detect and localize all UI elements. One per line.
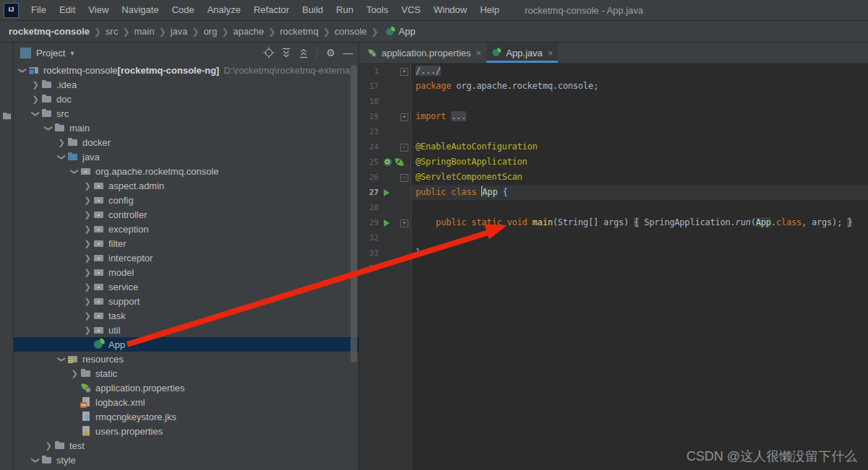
chevron-right-icon[interactable]: ❯: [44, 441, 53, 451]
chevron-down-icon[interactable]: ❯: [31, 456, 40, 464]
fold-expand-icon[interactable]: +: [400, 219, 408, 227]
tree-item-app[interactable]: App: [14, 337, 358, 352]
menu-view[interactable]: View: [82, 0, 115, 20]
tree-item-style[interactable]: ❯style: [14, 453, 358, 467]
tree-item-doc[interactable]: ❯doc: [14, 92, 358, 106]
chevron-right-icon[interactable]: ❯: [83, 225, 92, 234]
chevron-right-icon[interactable]: ❯: [83, 268, 92, 277]
tree-item-test[interactable]: ❯test: [14, 438, 358, 453]
fold-collapse-icon[interactable]: -: [400, 174, 408, 182]
chevron-down-icon[interactable]: ❯: [44, 123, 53, 132]
tree-item-users-properties[interactable]: users.properties: [14, 424, 358, 438]
tree-item-support[interactable]: ❯support: [14, 294, 358, 308]
tree-item-resources[interactable]: ❯resources: [14, 352, 358, 366]
collapse-all-icon[interactable]: [297, 47, 309, 59]
settings-icon[interactable]: ⚙: [325, 47, 337, 59]
breadcrumb-item[interactable]: rocketmq: [278, 26, 319, 37]
breadcrumb-item[interactable]: rocketmq-console: [7, 26, 91, 37]
project-stripe-button[interactable]: Project: [0, 50, 13, 122]
tree-item-controller[interactable]: ❯controller: [14, 207, 358, 222]
chevron-down-icon[interactable]: ❯: [70, 167, 80, 175]
chevron-right-icon[interactable]: ❯: [83, 311, 92, 321]
menu-help[interactable]: Help: [473, 0, 506, 20]
menu-vcs[interactable]: VCS: [395, 0, 427, 20]
breadcrumb-item[interactable]: src: [104, 26, 119, 37]
breadcrumb-item[interactable]: apache: [231, 26, 265, 37]
tree-item-root[interactable]: ❯rocketmq-console [rocketmq-console-ng]D…: [14, 63, 358, 77]
code-pane[interactable]: /.../package org.apache.rocketmq.console…: [411, 64, 868, 470]
breadcrumb-item[interactable]: java: [169, 26, 189, 37]
spring-leaf-icon[interactable]: [395, 158, 404, 167]
menu-file[interactable]: File: [25, 0, 53, 20]
spring-bean-icon[interactable]: [384, 158, 392, 166]
breadcrumb-item[interactable]: org: [202, 26, 219, 37]
fold-expand-icon[interactable]: +: [400, 113, 408, 121]
run-icon[interactable]: [384, 189, 390, 196]
tree-item-rmqcngkeystore-jks[interactable]: rmqcngkeystore.jks: [14, 409, 358, 424]
code-line-17[interactable]: package org.apache.rocketmq.console;: [411, 79, 868, 94]
code-line-27[interactable]: public class App {: [411, 185, 868, 200]
menu-analyze[interactable]: Analyze: [201, 0, 247, 20]
chevron-right-icon[interactable]: ❯: [83, 297, 92, 306]
chevron-down-icon[interactable]: ❯: [18, 66, 27, 74]
tree-item-main[interactable]: ❯main: [14, 121, 358, 135]
menu-run[interactable]: Run: [330, 0, 360, 20]
tree-item-config[interactable]: ❯config: [14, 193, 358, 207]
tree-item-filter[interactable]: ❯filter: [14, 236, 358, 251]
chevron-down-icon[interactable]: ❯: [57, 152, 66, 161]
tree-item-model[interactable]: ❯model: [14, 265, 358, 279]
breadcrumb-item[interactable]: console: [333, 26, 369, 37]
code-line-34[interactable]: [411, 261, 868, 276]
menu-build[interactable]: Build: [296, 0, 330, 20]
tree-item[interactable]: ❯: [14, 467, 358, 470]
tree-item--idea[interactable]: ❯.idea: [14, 77, 358, 92]
tree-item-org-apache-rocketmq-console[interactable]: ❯org.apache.rocketmq.console: [14, 164, 358, 178]
menu-navigate[interactable]: Navigate: [115, 0, 165, 20]
chevron-right-icon[interactable]: ❯: [83, 181, 92, 191]
code-line-28[interactable]: [411, 200, 868, 215]
tree-item-docker[interactable]: ❯docker: [14, 135, 358, 149]
code-line-24[interactable]: @EnableAutoConfiguration: [411, 139, 868, 155]
code-line-33[interactable]: }: [411, 245, 868, 261]
run-icon[interactable]: [384, 219, 390, 227]
project-panel-title[interactable]: Project: [36, 48, 65, 58]
chevron-right-icon[interactable]: ❯: [83, 326, 92, 335]
code-line-23[interactable]: [411, 124, 868, 139]
code-line-1[interactable]: /.../: [411, 64, 868, 79]
chevron-right-icon[interactable]: ❯: [31, 95, 40, 104]
tree-item-task[interactable]: ❯task: [14, 308, 358, 323]
hide-icon[interactable]: —: [342, 47, 354, 59]
locate-icon[interactable]: [262, 47, 275, 59]
close-icon[interactable]: ×: [548, 48, 554, 58]
tree-item-src[interactable]: ❯src: [14, 106, 358, 121]
menu-code[interactable]: Code: [166, 0, 201, 20]
project-scrollbar[interactable]: [351, 65, 357, 362]
chevron-right-icon[interactable]: ❯: [57, 138, 66, 147]
tree-item-exception[interactable]: ❯exception: [14, 222, 358, 236]
tab-app-java[interactable]: App.java×: [486, 43, 558, 63]
tree-item-aspect-admin[interactable]: ❯aspect.admin: [14, 178, 358, 193]
chevron-down-icon[interactable]: ▼: [69, 50, 75, 57]
fold-collapse-icon[interactable]: -: [400, 144, 408, 152]
menu-window[interactable]: Window: [427, 0, 473, 20]
fold-expand-icon[interactable]: +: [400, 68, 408, 76]
tree-item-application-properties[interactable]: application.properties: [14, 380, 358, 395]
tree-item-util[interactable]: ❯util: [14, 323, 358, 337]
chevron-down-icon[interactable]: ❯: [31, 109, 40, 118]
chevron-down-icon[interactable]: ❯: [57, 354, 66, 363]
chevron-right-icon[interactable]: ❯: [31, 80, 40, 90]
breadcrumb-item[interactable]: App: [382, 26, 417, 38]
code-line-32[interactable]: [411, 230, 868, 245]
chevron-right-icon[interactable]: ❯: [83, 239, 92, 248]
menu-refactor[interactable]: Refactor: [247, 0, 296, 20]
code-line-26[interactable]: @ServletComponentScan: [411, 170, 868, 185]
tree-item-logback-xml[interactable]: logback.xml: [14, 395, 358, 409]
chevron-right-icon[interactable]: ❯: [83, 282, 92, 292]
expand-all-icon[interactable]: [280, 47, 292, 59]
chevron-right-icon[interactable]: ❯: [83, 253, 92, 263]
chevron-right-icon[interactable]: ❯: [83, 210, 92, 219]
tree-item-java[interactable]: ❯java: [14, 149, 358, 164]
code-line-19[interactable]: import ...: [411, 109, 868, 124]
chevron-right-icon[interactable]: ❯: [83, 196, 92, 205]
code-line-18[interactable]: [411, 94, 868, 109]
